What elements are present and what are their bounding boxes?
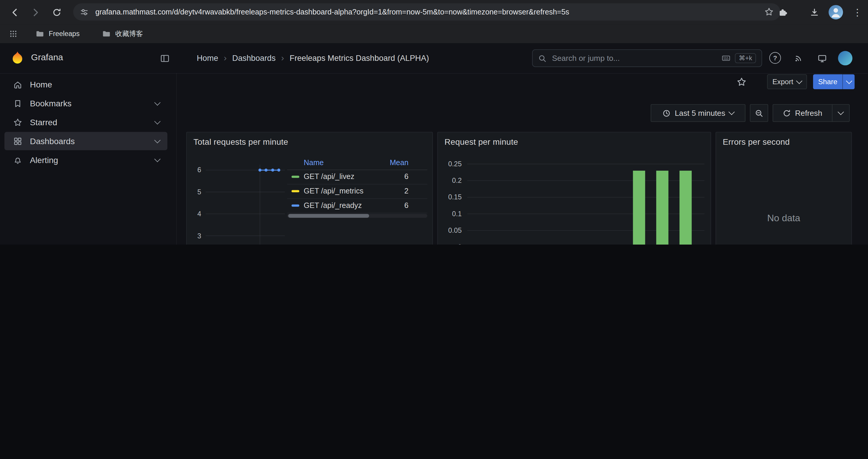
y-tick: 6 xyxy=(187,166,201,174)
refresh-icon xyxy=(783,109,791,117)
panel-total-requests: Total requests per minute 6 5 4 3 2 17:4… xyxy=(186,132,433,244)
breadcrumb-separator xyxy=(224,53,226,63)
series-name[interactable]: GET /api/_metrics xyxy=(304,184,363,198)
forward-button[interactable] xyxy=(28,4,43,20)
legend-row[interactable]: GET /api/_metrics 2 xyxy=(287,184,428,199)
breadcrumb-separator xyxy=(281,53,284,63)
help-button[interactable] xyxy=(769,52,781,64)
rss-icon xyxy=(794,54,803,63)
display-button[interactable] xyxy=(816,52,828,64)
bookmark-item-blog[interactable]: 收藏博客 xyxy=(99,27,146,40)
screen: Freeleaps 收藏博客 Grafana Home Dashboards F… xyxy=(0,0,868,244)
series-mean: 2 xyxy=(370,184,408,198)
legend-header-name[interactable]: Name xyxy=(304,159,324,167)
legend-row[interactable]: GET /api/_readyz 6 xyxy=(287,198,428,214)
chevron-down-icon[interactable] xyxy=(154,137,160,143)
breadcrumb-current: Freeleaps Metrics Dashboard (ALPHA) xyxy=(289,54,429,63)
time-range-label: Last 5 minutes xyxy=(675,109,725,118)
star-outline-icon xyxy=(737,77,747,87)
grafana-header: Grafana Home Dashboards Freeleaps Metric… xyxy=(0,43,868,73)
share-button[interactable]: Share xyxy=(813,74,842,89)
sidebar-item-bookmarks[interactable]: Bookmarks xyxy=(4,94,167,112)
time-range-picker[interactable]: Last 5 minutes xyxy=(651,104,745,122)
y-tick: 0.25 xyxy=(438,160,462,168)
sidebar-item-label: Starred xyxy=(30,118,57,127)
home-icon xyxy=(13,80,22,89)
favorite-dashboard-button[interactable] xyxy=(735,76,747,88)
chevron-down-icon[interactable] xyxy=(154,118,160,124)
bookmark-label: Freeleaps xyxy=(49,30,80,37)
forward-icon xyxy=(31,7,40,17)
refresh-interval-button[interactable] xyxy=(832,104,850,122)
sidebar-item-label: Home xyxy=(30,80,52,89)
person-icon xyxy=(829,5,843,20)
series-mean: 6 xyxy=(370,169,408,184)
refresh-label: Refresh xyxy=(795,109,822,118)
y-tick: 0.2 xyxy=(438,176,462,185)
y-tick: 0.15 xyxy=(438,193,462,202)
bookmark-page-star-icon[interactable] xyxy=(764,7,774,17)
breadcrumb-home[interactable]: Home xyxy=(197,54,218,63)
apps-button[interactable] xyxy=(7,27,20,40)
bookmark-label: 收藏博客 xyxy=(115,29,143,38)
star-icon xyxy=(13,118,22,127)
folder-icon xyxy=(35,29,44,38)
reload-icon xyxy=(52,7,61,17)
chevron-down-icon[interactable] xyxy=(154,156,160,162)
y-tick: 0 xyxy=(438,243,462,244)
series-name[interactable]: GET /api/_readyz xyxy=(304,198,362,213)
zoom-out-button[interactable] xyxy=(750,104,768,122)
back-button[interactable] xyxy=(7,4,23,20)
share-menu-button[interactable] xyxy=(843,74,855,89)
clock-icon xyxy=(663,109,671,117)
chevron-down-icon[interactable] xyxy=(154,99,160,105)
breadcrumb-dashboards[interactable]: Dashboards xyxy=(232,54,276,63)
y-tick: 4 xyxy=(187,209,201,218)
browser-menu-button[interactable] xyxy=(852,4,863,20)
legend-scrollbar[interactable] xyxy=(287,214,428,218)
sidebar-item-label: Bookmarks xyxy=(30,99,71,108)
search-input[interactable] xyxy=(551,53,717,63)
refresh-button[interactable]: Refresh xyxy=(773,104,833,122)
downloads-button[interactable] xyxy=(807,4,822,20)
legend-scrollbar-thumb[interactable] xyxy=(288,214,369,218)
sidebar-item-label: Alerting xyxy=(30,155,58,165)
browser-profile-avatar[interactable] xyxy=(829,5,843,20)
legend-row[interactable]: GET /api/_livez 6 xyxy=(287,169,428,185)
search-bar[interactable]: ⌘+k xyxy=(532,49,762,67)
url-input[interactable] xyxy=(94,7,759,17)
export-button[interactable]: Export xyxy=(767,74,807,89)
grafana-logo[interactable] xyxy=(10,51,25,66)
puzzle-icon xyxy=(778,7,787,17)
sidebar-item-home[interactable]: Home xyxy=(4,75,167,94)
reload-button[interactable] xyxy=(49,4,64,20)
sidebar-item-starred[interactable]: Starred xyxy=(4,113,167,131)
apps-grid-icon xyxy=(9,30,17,37)
extensions-button[interactable] xyxy=(775,4,790,20)
news-button[interactable] xyxy=(793,52,805,64)
y-tick: 0.1 xyxy=(438,209,462,218)
no-data-message: No data xyxy=(716,213,851,224)
y-tick: 0.05 xyxy=(438,226,462,235)
chevron-down-icon xyxy=(838,109,844,115)
panel-title[interactable]: Request per minute xyxy=(445,137,518,146)
mega-menu-toggle[interactable] xyxy=(159,52,171,64)
sidebar-item-dashboards[interactable]: Dashboards xyxy=(4,132,167,150)
panel-title[interactable]: Total requests per minute xyxy=(193,137,288,146)
app-name: Grafana xyxy=(31,53,63,63)
user-avatar[interactable] xyxy=(838,51,852,66)
bell-icon xyxy=(13,155,22,164)
url-bar[interactable] xyxy=(73,3,780,21)
sidebar-item-label: Dashboards xyxy=(30,136,75,145)
bookmark-item-freeleaps[interactable]: Freeleaps xyxy=(32,27,83,40)
series-name[interactable]: GET /api/_livez xyxy=(304,169,354,184)
y-tick: 5 xyxy=(187,188,201,197)
series-mean: 6 xyxy=(370,198,408,213)
share-label: Share xyxy=(818,78,837,86)
panel-title[interactable]: Errors per second xyxy=(723,137,790,146)
legend-header: Name Mean xyxy=(287,157,428,170)
sidebar-item-alerting[interactable]: Alerting xyxy=(4,151,167,169)
browser-toolbar xyxy=(0,0,868,25)
site-info-icon[interactable] xyxy=(80,7,89,16)
legend-header-mean[interactable]: Mean xyxy=(390,159,408,167)
